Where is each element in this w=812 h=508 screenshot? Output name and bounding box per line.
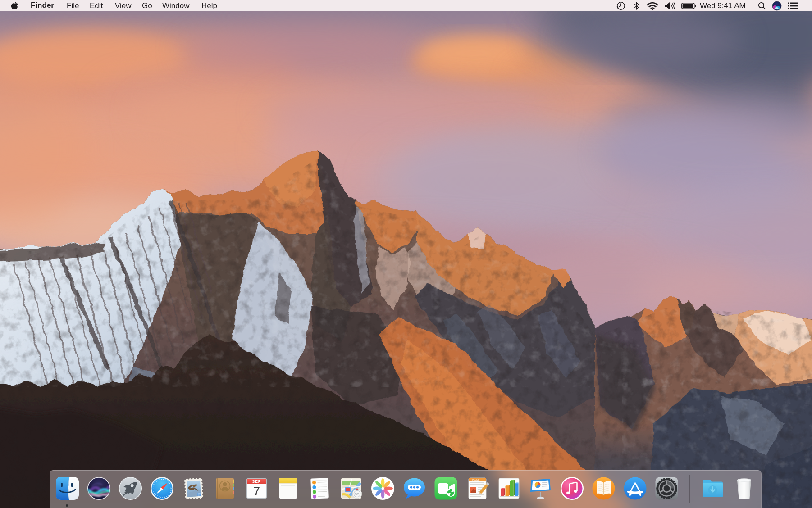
svg-text:7: 7 <box>253 485 260 498</box>
svg-text:PAGES: PAGES <box>472 479 479 481</box>
svg-text:3D: 3D <box>355 492 359 496</box>
svg-text:SEP: SEP <box>252 479 261 484</box>
